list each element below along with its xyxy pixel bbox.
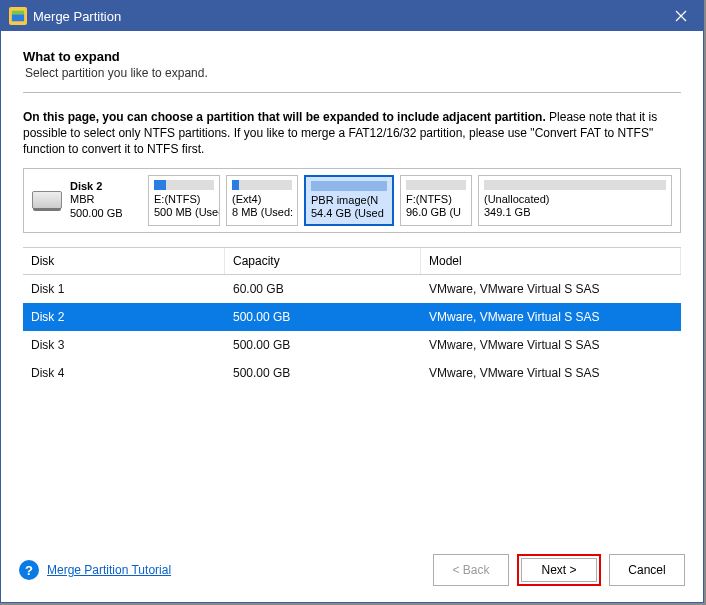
cell-model: VMware, VMware Virtual S SAS <box>429 366 673 380</box>
divider <box>23 92 681 93</box>
partition-e[interactable]: E:(NTFS) 500 MB (Used <box>148 175 220 227</box>
col-model[interactable]: Model <box>421 248 681 274</box>
table-row[interactable]: Disk 4500.00 GBVMware, VMware Virtual S … <box>23 359 681 387</box>
disk-icon <box>32 191 62 209</box>
disk-name: Disk 2 <box>70 180 123 194</box>
partition-map: Disk 2 MBR 500.00 GB E:(NTFS) 500 MB (Us… <box>23 168 681 234</box>
svg-rect-1 <box>12 11 24 15</box>
svg-rect-0 <box>12 14 24 21</box>
app-icon <box>9 7 27 25</box>
intro-text: On this page, you can choose a partition… <box>23 109 681 158</box>
cell-capacity: 500.00 GB <box>233 366 429 380</box>
partition-unallocated[interactable]: (Unallocated) 349.1 GB <box>478 175 672 227</box>
table-row[interactable]: Disk 3500.00 GBVMware, VMware Virtual S … <box>23 331 681 359</box>
cell-model: VMware, VMware Virtual S SAS <box>429 282 673 296</box>
cell-model: VMware, VMware Virtual S SAS <box>429 310 673 324</box>
table-row[interactable]: Disk 2500.00 GBVMware, VMware Virtual S … <box>23 303 681 331</box>
partition-ext4[interactable]: (Ext4) 8 MB (Used: 1 <box>226 175 298 227</box>
next-highlight: Next > <box>517 554 601 586</box>
disk-summary: Disk 2 MBR 500.00 GB <box>32 175 142 227</box>
cell-model: VMware, VMware Virtual S SAS <box>429 338 673 352</box>
col-capacity[interactable]: Capacity <box>225 248 421 274</box>
cell-disk: Disk 4 <box>31 366 233 380</box>
disk-type: MBR <box>70 193 123 207</box>
cell-capacity: 500.00 GB <box>233 338 429 352</box>
disk-table: Disk Capacity Model Disk 160.00 GBVMware… <box>23 247 681 387</box>
back-button[interactable]: < Back <box>433 554 509 586</box>
close-button[interactable] <box>659 1 703 31</box>
footer: ? Merge Partition Tutorial < Back Next >… <box>1 542 703 602</box>
col-disk[interactable]: Disk <box>23 248 225 274</box>
disk-size: 500.00 GB <box>70 207 123 221</box>
cell-disk: Disk 2 <box>31 310 233 324</box>
window-title: Merge Partition <box>33 9 659 24</box>
table-header: Disk Capacity Model <box>23 248 681 275</box>
partition-pbr-selected[interactable]: PBR image(N 54.4 GB (Used <box>304 175 394 227</box>
titlebar: Merge Partition <box>1 1 703 31</box>
cell-disk: Disk 1 <box>31 282 233 296</box>
next-button[interactable]: Next > <box>521 558 597 582</box>
intro-bold: On this page, you can choose a partition… <box>23 110 546 124</box>
table-row[interactable]: Disk 160.00 GBVMware, VMware Virtual S S… <box>23 275 681 303</box>
page-subhead: Select partition you like to expand. <box>25 66 681 80</box>
cell-disk: Disk 3 <box>31 338 233 352</box>
cell-capacity: 60.00 GB <box>233 282 429 296</box>
cancel-button[interactable]: Cancel <box>609 554 685 586</box>
help-area: ? Merge Partition Tutorial <box>19 560 171 580</box>
merge-partition-dialog: Merge Partition What to expand Select pa… <box>0 0 704 603</box>
tutorial-link[interactable]: Merge Partition Tutorial <box>47 563 171 577</box>
cell-capacity: 500.00 GB <box>233 310 429 324</box>
help-icon[interactable]: ? <box>19 560 39 580</box>
page-heading: What to expand <box>23 49 681 64</box>
partition-f[interactable]: F:(NTFS) 96.0 GB (U <box>400 175 472 227</box>
